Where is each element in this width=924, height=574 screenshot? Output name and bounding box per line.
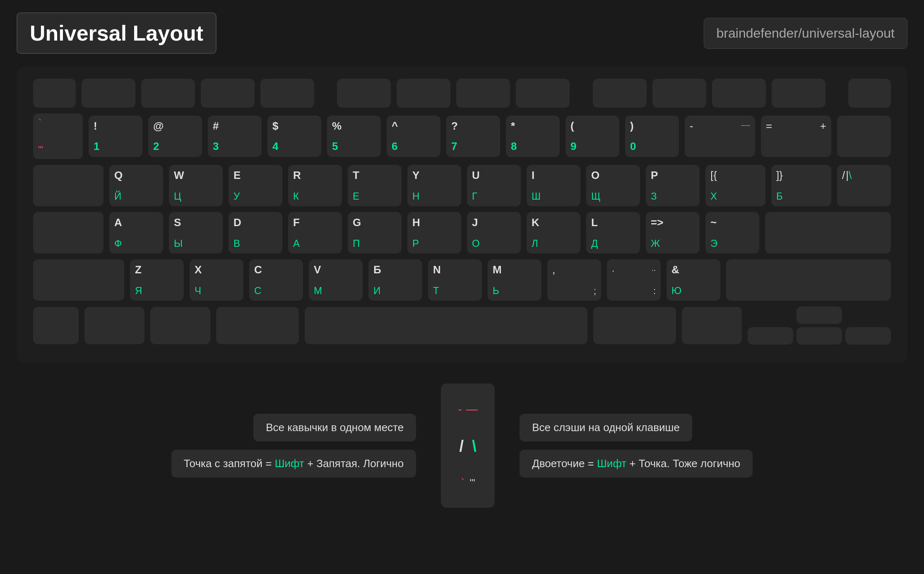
key-arrow-up[interactable] bbox=[796, 306, 842, 324]
key-option[interactable] bbox=[150, 307, 210, 344]
key-z[interactable]: Z Я bbox=[130, 259, 184, 301]
key-2[interactable]: @ 2 bbox=[148, 116, 202, 157]
key-n[interactable]: N Т bbox=[428, 259, 482, 301]
key-cmd-right[interactable] bbox=[593, 307, 676, 344]
key-option-right[interactable] bbox=[682, 307, 742, 344]
key-a[interactable]: A Ф bbox=[109, 212, 163, 253]
demo-key-bot: ˋ '" bbox=[461, 477, 475, 489]
key-l[interactable]: L Д bbox=[586, 212, 640, 253]
key-quote[interactable]: ~ Э bbox=[705, 212, 759, 253]
key-minus[interactable]: - — bbox=[685, 116, 755, 157]
key-delete[interactable] bbox=[848, 79, 891, 108]
key-shift-right[interactable] bbox=[726, 259, 891, 301]
key-comma[interactable]: , ; bbox=[547, 259, 601, 301]
key-fn[interactable] bbox=[33, 307, 79, 344]
key-backtick-top: ˋ bbox=[38, 118, 43, 128]
key-y[interactable]: Y Н bbox=[407, 165, 461, 206]
key-b[interactable]: Б И bbox=[368, 259, 422, 301]
key-w[interactable]: W Ц bbox=[169, 165, 223, 206]
key-enter[interactable] bbox=[765, 212, 891, 253]
demo-key-mid: / \ bbox=[460, 437, 476, 455]
key-equals[interactable]: = + bbox=[761, 116, 831, 157]
badge-quotes: Все кавычки в одном месте bbox=[253, 414, 416, 441]
key-tab[interactable] bbox=[33, 165, 103, 206]
key-2-ru: 2 bbox=[153, 140, 159, 153]
key-0-ru: 0 bbox=[630, 140, 636, 153]
spacer bbox=[748, 306, 793, 324]
key-arrow-left[interactable] bbox=[748, 327, 793, 345]
key-shift-left[interactable] bbox=[33, 259, 124, 301]
key-s[interactable]: S Ы bbox=[169, 212, 223, 253]
key-7-en: ? bbox=[451, 120, 458, 133]
key-k[interactable]: K Л bbox=[527, 212, 580, 253]
key-f10[interactable] bbox=[652, 79, 706, 108]
key-space[interactable] bbox=[305, 307, 587, 344]
key-t[interactable]: T Е bbox=[348, 165, 402, 206]
key-4[interactable]: $ 4 bbox=[267, 116, 321, 157]
key-u[interactable]: U Г bbox=[467, 165, 521, 206]
key-x[interactable]: X Ч bbox=[190, 259, 243, 301]
key-d[interactable]: D В bbox=[229, 212, 282, 253]
key-backslash[interactable]: / | \ bbox=[837, 165, 891, 206]
key-3[interactable]: # 3 bbox=[208, 116, 262, 157]
key-arrow-right[interactable] bbox=[845, 327, 891, 345]
key-f11[interactable] bbox=[712, 79, 766, 108]
key-f6[interactable] bbox=[397, 79, 450, 108]
key-2-en: @ bbox=[153, 120, 164, 133]
header: Universal Layout braindefender/universal… bbox=[17, 12, 907, 54]
key-5-en: % bbox=[332, 120, 342, 133]
key-f9[interactable] bbox=[593, 79, 647, 108]
key-4-en: $ bbox=[272, 120, 278, 133]
key-ctrl[interactable] bbox=[84, 307, 144, 344]
key-f7[interactable] bbox=[456, 79, 510, 108]
key-9[interactable]: ( 9 bbox=[565, 116, 619, 157]
key-f4[interactable] bbox=[260, 79, 314, 108]
key-6[interactable]: ^ 6 bbox=[387, 116, 440, 157]
key-5[interactable]: % 5 bbox=[327, 116, 381, 157]
key-4-ru: 4 bbox=[272, 140, 278, 153]
key-m[interactable]: M Ь bbox=[488, 259, 541, 301]
key-cmd-left[interactable] bbox=[216, 307, 299, 344]
key-e[interactable]: E У bbox=[229, 165, 282, 206]
key-f1[interactable] bbox=[82, 79, 135, 108]
key-caps[interactable] bbox=[33, 212, 103, 253]
key-esc[interactable] bbox=[33, 79, 76, 108]
key-i[interactable]: I Ш bbox=[527, 165, 580, 206]
key-v[interactable]: V М bbox=[309, 259, 363, 301]
key-p[interactable]: P З bbox=[646, 165, 700, 206]
key-q[interactable]: Q Й bbox=[109, 165, 163, 206]
keyboard-container: ˋ '" ! 1 @ 2 # 3 $ 4 % 5 bbox=[17, 66, 907, 363]
key-minus-en: - bbox=[690, 120, 693, 133]
key-arrow-down[interactable] bbox=[796, 327, 842, 345]
key-backtick-bot: '" bbox=[38, 144, 43, 155]
key-1[interactable]: ! 1 bbox=[89, 116, 142, 157]
app-title: Universal Layout bbox=[17, 12, 217, 54]
key-period[interactable]: . .. : bbox=[607, 259, 661, 301]
key-1-en: ! bbox=[94, 120, 97, 133]
key-r[interactable]: R К bbox=[288, 165, 342, 206]
key-f[interactable]: F А bbox=[288, 212, 342, 253]
key-backtick[interactable]: ˋ '" bbox=[33, 113, 83, 159]
key-bracket-l[interactable]: [{ Х bbox=[705, 165, 765, 206]
key-0[interactable]: ) 0 bbox=[625, 116, 679, 157]
key-f2[interactable] bbox=[141, 79, 195, 108]
key-o[interactable]: O Щ bbox=[586, 165, 640, 206]
key-7[interactable]: ? 7 bbox=[446, 116, 500, 157]
key-8[interactable]: * 8 bbox=[506, 116, 560, 157]
key-g[interactable]: G П bbox=[348, 212, 402, 253]
key-semicolon[interactable]: => Ж bbox=[646, 212, 700, 253]
key-j[interactable]: J О bbox=[467, 212, 521, 253]
key-f3[interactable] bbox=[201, 79, 255, 108]
key-3-en: # bbox=[213, 120, 219, 133]
key-bracket-r[interactable]: ]} Б bbox=[771, 165, 831, 206]
demo-emdash: — bbox=[466, 403, 478, 416]
key-f8[interactable] bbox=[516, 79, 570, 108]
key-c[interactable]: C С bbox=[249, 259, 303, 301]
badge-slashes: Все слэши на одной клавише bbox=[520, 414, 692, 441]
key-h[interactable]: H Р bbox=[407, 212, 461, 253]
key-f5[interactable] bbox=[337, 79, 391, 108]
key-9-en: ( bbox=[570, 120, 574, 133]
key-backspace[interactable] bbox=[837, 116, 891, 157]
key-f12[interactable] bbox=[772, 79, 825, 108]
key-slash-key[interactable]: & Ю bbox=[667, 259, 720, 301]
